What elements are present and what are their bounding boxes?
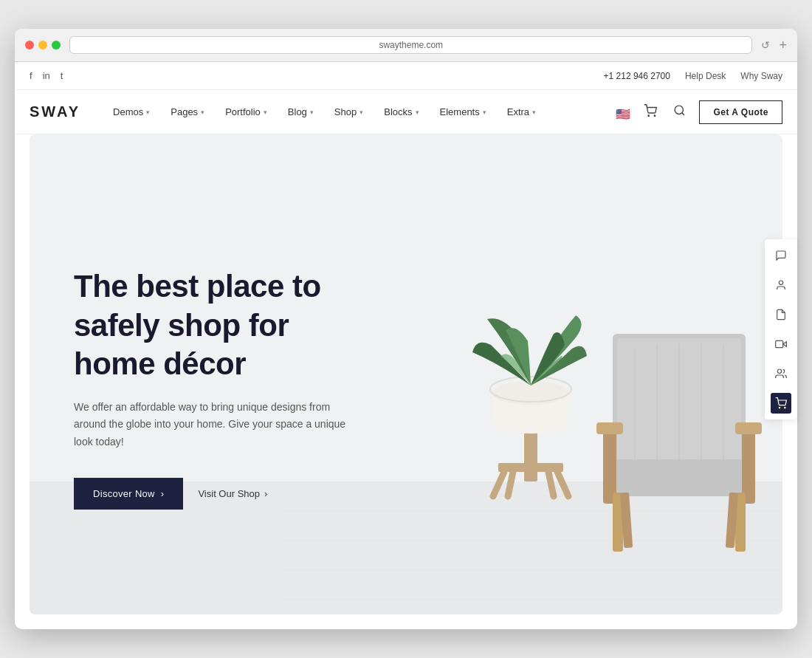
chevron-down-icon: ▾ bbox=[359, 109, 363, 116]
user-sidebar-icon[interactable] bbox=[771, 275, 791, 295]
discover-now-button[interactable]: Discover Now › bbox=[74, 478, 183, 510]
hero-content: The best place to safely shop for home d… bbox=[30, 134, 413, 569]
nav-blocks[interactable]: Blocks ▾ bbox=[374, 90, 429, 134]
close-dot[interactable] bbox=[25, 41, 34, 49]
svg-point-41 bbox=[785, 407, 785, 408]
persons-sidebar-icon[interactable] bbox=[771, 363, 791, 384]
svg-rect-22 bbox=[605, 459, 753, 496]
linkedin-link[interactable]: in bbox=[43, 70, 50, 81]
site-logo[interactable]: SWAY bbox=[30, 103, 80, 120]
visit-shop-button[interactable]: Visit Our Shop › bbox=[198, 488, 267, 499]
nav-demos[interactable]: Demos ▾ bbox=[103, 90, 160, 134]
search-button[interactable] bbox=[670, 101, 689, 123]
svg-line-14 bbox=[557, 472, 568, 496]
svg-point-39 bbox=[777, 369, 781, 373]
svg-rect-25 bbox=[596, 422, 623, 434]
chevron-down-icon: ▾ bbox=[201, 109, 204, 116]
main-nav: SWAY Demos ▾ Pages ▾ Portfolio ▾ Blog ▾ … bbox=[15, 90, 797, 134]
minimize-dot[interactable] bbox=[38, 41, 47, 49]
address-bar[interactable]: swaytheme.com bbox=[69, 36, 752, 54]
svg-point-36 bbox=[779, 281, 782, 284]
chevron-down-icon: ▾ bbox=[483, 109, 486, 116]
chevron-down-icon: ▾ bbox=[416, 109, 419, 116]
svg-point-2 bbox=[675, 106, 684, 114]
language-flag[interactable]: 🇺🇸 bbox=[616, 107, 630, 117]
help-desk-link[interactable]: Help Desk bbox=[685, 71, 726, 81]
refresh-icon[interactable]: ↺ bbox=[761, 39, 770, 51]
hero-buttons: Discover Now › Visit Our Shop › bbox=[74, 478, 369, 510]
chevron-down-icon: ▾ bbox=[310, 109, 314, 116]
nav-portfolio[interactable]: Portfolio ▾ bbox=[215, 90, 278, 134]
phone-number: +1 212 946 2700 bbox=[604, 71, 670, 81]
get-quote-button[interactable]: Get A Quote bbox=[699, 100, 782, 124]
maximize-dot[interactable] bbox=[52, 41, 61, 49]
svg-rect-23 bbox=[603, 430, 616, 504]
video-sidebar-icon[interactable] bbox=[771, 334, 791, 354]
svg-point-0 bbox=[648, 115, 650, 117]
nav-shop[interactable]: Shop ▾ bbox=[324, 90, 374, 134]
social-links: f in t bbox=[30, 70, 63, 81]
cart-button[interactable] bbox=[641, 101, 660, 123]
cart-sidebar-icon[interactable] bbox=[771, 393, 791, 414]
chevron-down-icon: ▾ bbox=[532, 109, 536, 116]
nav-pages[interactable]: Pages ▾ bbox=[160, 90, 215, 134]
svg-line-13 bbox=[493, 472, 504, 496]
nav-elements[interactable]: Elements ▾ bbox=[430, 90, 497, 134]
nav-actions: 🇺🇸 Get A Quote bbox=[616, 100, 782, 124]
document-sidebar-icon[interactable] bbox=[771, 304, 791, 325]
why-sway-link[interactable]: Why Sway bbox=[740, 71, 782, 81]
top-bar-right: +1 212 946 2700 Help Desk Why Sway bbox=[604, 71, 782, 81]
chevron-down-icon: ▾ bbox=[146, 109, 150, 116]
nav-extra[interactable]: Extra ▾ bbox=[497, 90, 546, 134]
facebook-link[interactable]: f bbox=[30, 70, 32, 81]
svg-point-40 bbox=[779, 407, 780, 408]
svg-line-15 bbox=[508, 472, 513, 496]
svg-rect-26 bbox=[735, 422, 762, 434]
right-sidebar bbox=[765, 239, 797, 419]
browser-chrome: swaytheme.com ↺ + bbox=[15, 29, 797, 62]
svg-point-1 bbox=[655, 115, 656, 117]
nav-blog[interactable]: Blog ▾ bbox=[278, 90, 324, 134]
svg-rect-24 bbox=[742, 430, 755, 504]
svg-rect-38 bbox=[776, 340, 783, 347]
svg-rect-12 bbox=[498, 463, 563, 472]
hero-subtitle: We offer an affordable way to bring uniq… bbox=[74, 399, 354, 451]
chevron-down-icon: ▾ bbox=[264, 109, 267, 116]
twitter-link[interactable]: t bbox=[61, 70, 63, 81]
browser-window: swaytheme.com ↺ + f in t +1 212 946 2700… bbox=[15, 29, 797, 629]
hero-title: The best place to safely shop for home d… bbox=[74, 267, 369, 384]
svg-marker-37 bbox=[783, 341, 787, 346]
svg-line-16 bbox=[548, 472, 554, 496]
browser-dots bbox=[25, 41, 61, 49]
top-bar: f in t +1 212 946 2700 Help Desk Why Swa… bbox=[15, 62, 797, 90]
chat-sidebar-icon[interactable] bbox=[771, 245, 791, 266]
new-tab-button[interactable]: + bbox=[779, 38, 787, 53]
nav-menu: Demos ▾ Pages ▾ Portfolio ▾ Blog ▾ Shop … bbox=[103, 90, 616, 134]
hero-section: The best place to safely shop for home d… bbox=[30, 134, 782, 614]
